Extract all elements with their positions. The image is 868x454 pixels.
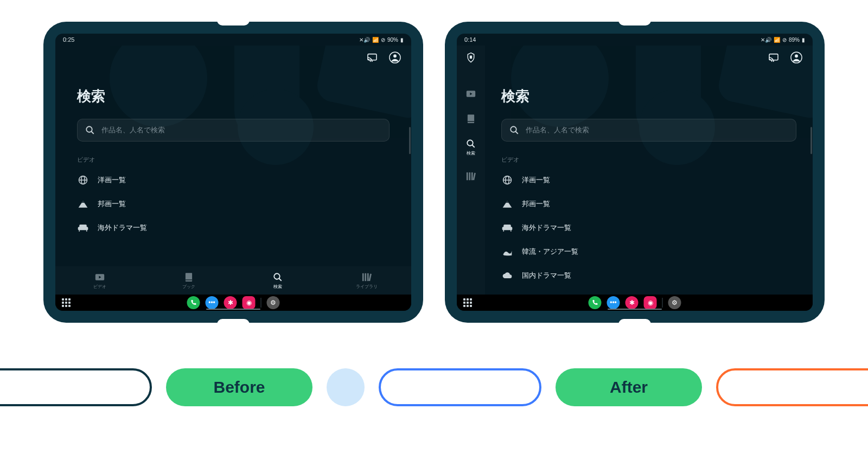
- svg-point-33: [795, 54, 798, 57]
- page-title: 検索: [485, 64, 813, 119]
- hinge-bottom: [618, 319, 651, 324]
- dock-chat-icon[interactable]: •••: [607, 296, 620, 309]
- apps-grid-icon[interactable]: [62, 298, 71, 307]
- nav-label: ビデオ: [93, 284, 106, 290]
- dock-separator: [662, 298, 663, 308]
- category-globe[interactable]: 洋画一覧: [495, 169, 803, 191]
- category-mountain[interactable]: 邦画一覧: [495, 193, 803, 215]
- svg-rect-42: [510, 230, 512, 232]
- svg-rect-21: [470, 56, 472, 58]
- app-logo-icon[interactable]: [464, 51, 477, 64]
- mountain-icon: [77, 198, 89, 210]
- svg-line-35: [515, 131, 518, 134]
- rail-video[interactable]: [466, 89, 476, 99]
- rail-book[interactable]: [466, 114, 476, 124]
- wifi-icon: 📶: [774, 37, 780, 43]
- category-label: 邦画一覧: [522, 199, 550, 209]
- after-label: After: [556, 368, 702, 406]
- svg-rect-14: [186, 279, 192, 280]
- dock-separator: [261, 298, 261, 308]
- status-time: 0:14: [464, 36, 476, 43]
- battery-icon: ▮: [400, 37, 404, 43]
- svg-point-34: [510, 126, 516, 132]
- svg-rect-10: [79, 230, 80, 232]
- section-label: ビデオ: [55, 142, 411, 169]
- search-icon: [272, 272, 283, 283]
- category-label: 洋画一覧: [522, 175, 550, 185]
- category-label: 海外ドラマ一覧: [522, 223, 571, 233]
- category-cloud[interactable]: 国内ドラマ一覧: [495, 265, 803, 286]
- sofa-icon: [77, 222, 89, 234]
- search-placeholder: 作品名、人名で検索: [101, 125, 165, 135]
- dock-camera-icon[interactable]: ◉: [242, 296, 256, 309]
- book-icon: [466, 114, 476, 124]
- cast-icon[interactable]: [767, 51, 780, 64]
- nav-book[interactable]: ブック: [144, 272, 233, 290]
- rail-search[interactable]: 検索: [466, 139, 476, 156]
- svg-point-2: [393, 54, 397, 57]
- svg-line-16: [279, 278, 282, 281]
- dock-settings-icon[interactable]: ⚙: [267, 296, 280, 309]
- search-input[interactable]: 作品名、人名で検索: [77, 119, 390, 142]
- scrollbar[interactable]: [409, 127, 411, 154]
- mountain-icon: [501, 198, 513, 210]
- search-input[interactable]: 作品名、人名で検索: [501, 119, 796, 142]
- book-icon: [183, 272, 194, 283]
- svg-rect-41: [503, 230, 504, 232]
- svg-rect-30: [473, 173, 475, 181]
- apps-grid-icon[interactable]: [463, 298, 472, 307]
- category-sofa[interactable]: 海外ドラマ一覧: [495, 217, 803, 239]
- nav-library[interactable]: ライブラリ: [322, 272, 411, 290]
- dock-gallery-icon[interactable]: ✱: [626, 296, 639, 309]
- no-sim-icon: ⊘: [782, 37, 787, 43]
- battery-icon: ▮: [802, 37, 805, 43]
- svg-rect-24: [468, 121, 474, 122]
- dock-gallery-icon[interactable]: ✱: [224, 296, 237, 309]
- category-mountain[interactable]: 邦画一覧: [71, 193, 396, 215]
- home-indicator[interactable]: [608, 309, 662, 310]
- top-actions: [55, 46, 411, 64]
- status-bar: 0:25 ✕🔊 📶 ⊘ 90% ▮: [55, 34, 411, 46]
- svg-rect-28: [469, 172, 470, 180]
- search-icon: [509, 125, 519, 135]
- account-icon[interactable]: [388, 51, 401, 64]
- svg-rect-27: [467, 172, 468, 180]
- account-icon[interactable]: [790, 51, 803, 64]
- svg-rect-20: [368, 273, 371, 281]
- svg-rect-18: [365, 273, 366, 280]
- nav-label: 検索: [273, 284, 282, 290]
- category-wave[interactable]: 韓流・アジア一覧: [495, 241, 803, 263]
- sofa-icon: [501, 222, 513, 234]
- rail-label: 検索: [467, 150, 475, 156]
- dock-settings-icon[interactable]: ⚙: [668, 296, 681, 309]
- dock-camera-icon[interactable]: ◉: [644, 296, 657, 309]
- dock-chat-icon[interactable]: •••: [206, 296, 219, 309]
- dock-phone-icon[interactable]: [589, 296, 602, 309]
- nav-search[interactable]: 検索: [233, 272, 322, 290]
- home-indicator[interactable]: [206, 309, 260, 310]
- system-bar: ••• ✱ ◉ ⚙: [457, 295, 813, 311]
- dock-phone-icon[interactable]: [187, 296, 200, 309]
- cast-icon[interactable]: [366, 51, 379, 64]
- status-time: 0:25: [63, 36, 74, 43]
- mute-icon: ✕🔊: [359, 37, 370, 43]
- category-label: 海外ドラマ一覧: [98, 223, 147, 233]
- battery-text: 89%: [789, 37, 800, 43]
- svg-point-25: [467, 140, 473, 146]
- rail-library[interactable]: [466, 171, 476, 181]
- category-label: 邦画一覧: [98, 199, 126, 209]
- category-globe[interactable]: 洋画一覧: [71, 169, 396, 191]
- status-bar: 0:14 ✕🔊 📶 ⊘ 89% ▮: [457, 34, 813, 46]
- search-icon: [466, 139, 476, 149]
- category-sofa[interactable]: 海外ドラマ一覧: [71, 217, 396, 239]
- nav-label: ライブラリ: [356, 284, 378, 290]
- svg-rect-29: [471, 172, 473, 180]
- hinge-bottom: [217, 319, 250, 324]
- side-nav-rail: 検索: [457, 46, 485, 295]
- svg-point-3: [86, 126, 92, 132]
- nav-video[interactable]: ビデオ: [55, 272, 144, 290]
- globe-icon: [501, 174, 513, 186]
- section-label: ビデオ: [485, 142, 813, 169]
- scrollbar[interactable]: [810, 127, 812, 154]
- svg-point-15: [274, 273, 280, 279]
